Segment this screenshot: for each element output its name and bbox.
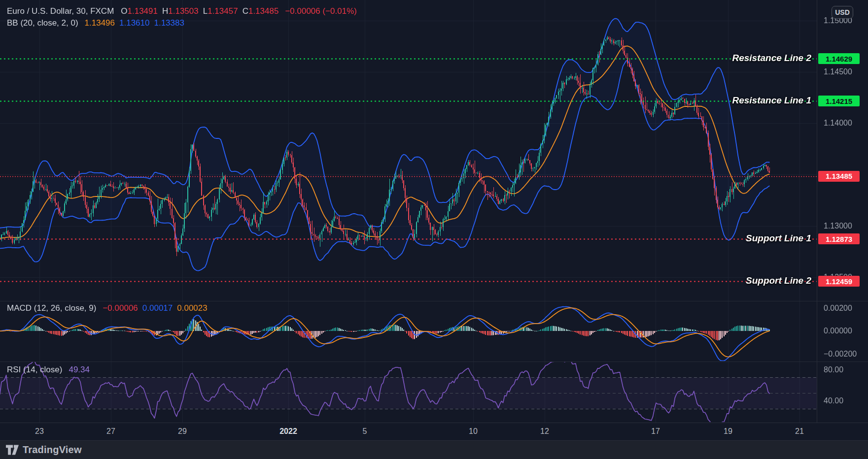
bb-label: BB (20, close, 2, 0) — [7, 18, 78, 28]
bb-value-1: 1.13610 — [119, 18, 149, 28]
price-badge-resistance: 1.14215 — [818, 96, 860, 106]
tradingview-logo-icon — [6, 445, 19, 455]
rsi-axis-label: 40.00 — [824, 396, 843, 405]
tradingview-logo-text: TradingView — [23, 444, 82, 456]
time-axis-label-17: 17 — [651, 427, 660, 436]
level-label-support-line-2: Support Line 2 — [746, 275, 811, 286]
ohlc-values: O1.13491H1.13503L1.13457C1.13485 — [121, 6, 283, 16]
time-axis-label-27: 27 — [106, 427, 115, 436]
price-badge-support: 1.12459 — [818, 276, 860, 287]
bb-header: BB (20, close, 2, 0) 1.134961.136101.133… — [7, 18, 189, 28]
ohlc-c: 1.13485 — [248, 6, 278, 16]
macd-header: MACD (12, 26, close, 9) −0.000060.000170… — [7, 303, 212, 313]
currency-unit-button[interactable]: USD — [832, 6, 853, 19]
level-label-resistance-line-1: Resistance Line 1 — [732, 95, 811, 106]
price-axis-label: 1.14500 — [824, 67, 852, 76]
price-chart-canvas[interactable] — [0, 0, 817, 440]
price-axis-label: 1.13000 — [824, 222, 852, 230]
ohlc-o: 1.13491 — [128, 6, 158, 16]
rsi-header: RSI (14, close) 49.34 — [7, 365, 90, 375]
ohlc-l: 1.13457 — [208, 6, 238, 16]
macd-axis-label: −0.00200 — [824, 350, 857, 359]
rsi-label: RSI (14, close) — [7, 365, 62, 375]
macd-values: −0.000060.000170.00023 — [103, 303, 211, 313]
bb-value-2: 1.13383 — [154, 18, 184, 28]
level-label-support-line-1: Support Line 1 — [746, 233, 811, 244]
level-label-resistance-line-2: Resistance Line 2 — [732, 53, 811, 64]
macd-value-1: 0.00017 — [142, 303, 173, 313]
change-value: −0.00006 (−0.01%) — [285, 6, 357, 16]
symbol-header: Euro / U.S. Dollar, 30, FXCM O1.13491H1.… — [7, 6, 357, 16]
pane-separator-macd[interactable] — [0, 301, 868, 301]
time-axis-label-19: 19 — [724, 427, 732, 436]
time-scale[interactable]: 232729202251012171921 — [0, 423, 868, 441]
time-axis-label-12: 12 — [540, 427, 549, 436]
time-axis-label-10: 10 — [469, 427, 478, 436]
time-axis-label-5: 5 — [363, 427, 367, 436]
tradingview-chart-window: Euro / U.S. Dollar, 30, FXCM O1.13491H1.… — [0, 0, 868, 459]
ohlc-h: 1.13503 — [168, 6, 198, 16]
time-axis-label-2022: 2022 — [279, 427, 297, 436]
tradingview-logo[interactable]: TradingView — [6, 444, 82, 456]
time-axis-label-23: 23 — [35, 427, 44, 436]
macd-value-0: −0.00006 — [103, 303, 138, 313]
price-badge-support: 1.12873 — [818, 233, 860, 244]
price-axis-label: 1.14000 — [824, 119, 852, 128]
bb-value-0: 1.13496 — [85, 18, 115, 28]
bb-values: 1.134961.136101.13383 — [85, 18, 189, 28]
macd-axis-label: 0.00000 — [824, 327, 852, 335]
time-axis-label-21: 21 — [795, 427, 804, 436]
price-scale[interactable]: 1.150001.145001.140001.135001.130001.125… — [817, 0, 868, 440]
symbol-title: Euro / U.S. Dollar, 30, FXCM — [7, 6, 114, 16]
price-badge-resistance: 1.14629 — [818, 53, 860, 64]
time-axis-label-29: 29 — [178, 427, 187, 436]
rsi-value: 49.34 — [69, 365, 90, 375]
macd-label: MACD (12, 26, close, 9) — [7, 303, 96, 313]
macd-value-2: 0.00023 — [177, 303, 207, 313]
pane-separator-rsi[interactable] — [0, 361, 868, 362]
bottom-strip: TradingView — [0, 441, 868, 459]
macd-axis-label: 0.00200 — [824, 304, 852, 313]
last-price-badge: 1.13485 — [818, 171, 860, 182]
rsi-axis-label: 80.00 — [824, 365, 843, 374]
